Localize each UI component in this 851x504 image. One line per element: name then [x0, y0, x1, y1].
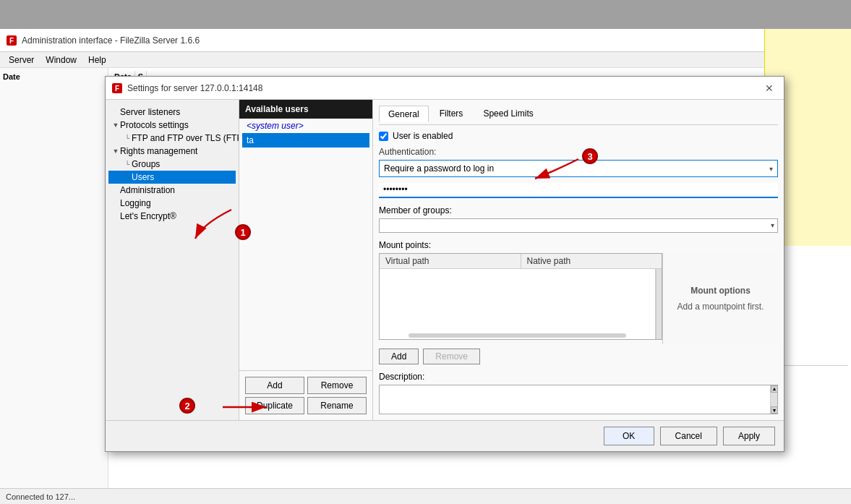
menu-help[interactable]: Help — [82, 54, 112, 67]
mount-empty-left — [380, 269, 656, 339]
password-input[interactable] — [379, 183, 778, 198]
description-scrollbar[interactable]: ▲ ▼ — [770, 385, 777, 414]
tree-item-rights[interactable]: ▼ Rights management — [108, 145, 236, 158]
description-field[interactable]: ▲ ▼ — [379, 385, 778, 414]
settings-panel: General Filters Speed Limits User is ena… — [373, 100, 784, 420]
bg-date-col: Date — [3, 71, 105, 82]
dialog-title: Settings for server 127.0.0.1:14148 — [127, 83, 761, 93]
tree-item-server-listeners[interactable]: Server listeners — [108, 106, 236, 119]
tab-general[interactable]: General — [379, 106, 429, 122]
auth-dropdown-row: Require a password to log in ▾ — [379, 160, 778, 177]
dialog-close-button[interactable]: ✕ — [761, 80, 778, 97]
user-ta[interactable]: ta — [242, 133, 369, 148]
add-user-button[interactable]: Add — [245, 377, 304, 394]
description-label: Description: — [379, 372, 778, 382]
user-enabled-label: User is enabled — [393, 131, 453, 141]
tree-label: Administration — [120, 185, 175, 195]
mount-scroll-track[interactable] — [409, 333, 627, 338]
dialog-titlebar: F Settings for server 127.0.0.1:14148 ✕ — [106, 77, 784, 100]
mount-options-hint: Add a mountpoint first. — [677, 302, 764, 312]
mount-points-table: Virtual path Native path — [379, 253, 662, 340]
tree-expander — [111, 199, 120, 208]
tree-item-ftp[interactable]: └ FTP and FTP over TLS (FTPS) — [108, 132, 236, 145]
tree-label: Rights management — [120, 146, 197, 156]
user-enabled-checkbox[interactable] — [379, 132, 388, 141]
dialog-footer: OK Cancel Apply — [106, 420, 784, 451]
mount-scrollbar[interactable] — [656, 269, 662, 339]
users-panel: Available users <system user> ta Add Rem… — [239, 100, 373, 420]
tree-expander: └ — [123, 173, 132, 181]
tree-item-logging[interactable]: Logging — [108, 197, 236, 210]
tab-filters[interactable]: Filters — [430, 106, 473, 121]
remove-user-button[interactable]: Remove — [307, 377, 367, 394]
svg-text:F: F — [115, 85, 119, 93]
mount-buttons: Add Remove — [379, 349, 778, 364]
dialog-icon: F — [111, 82, 123, 94]
cancel-button[interactable]: Cancel — [660, 427, 717, 445]
bg-sidebar: Date — [0, 68, 108, 504]
tree-item-letsencrypt[interactable]: Let's Encrypt® — [108, 210, 236, 223]
tree-expander: ▼ — [111, 121, 120, 129]
mount-points-label: Mount points: — [379, 240, 778, 250]
user-system[interactable]: <system user> — [242, 119, 369, 133]
bg-app-title: Administration interface - FileZilla Ser… — [22, 35, 796, 46]
auth-dropdown-value: Require a password to log in — [384, 163, 494, 174]
users-panel-title: Available users — [245, 104, 309, 114]
tree-expander: └ — [123, 134, 132, 142]
user-system-label: <system user> — [247, 121, 304, 131]
svg-text:F: F — [9, 37, 14, 45]
tree-expander — [111, 108, 120, 116]
tree-item-groups[interactable]: └ Groups — [108, 158, 236, 171]
apply-button[interactable]: Apply — [723, 427, 775, 445]
tree-expander: └ — [123, 160, 132, 168]
menu-server[interactable]: Server — [3, 54, 40, 67]
scroll-up-icon[interactable]: ▲ — [771, 385, 778, 393]
tree-item-users[interactable]: └ Users — [108, 171, 236, 184]
badge-2: 2 — [179, 398, 195, 414]
bg-app-icon: F — [6, 35, 17, 46]
tree-item-protocols[interactable]: ▼ Protocols settings — [108, 119, 236, 132]
tab-speed-limits[interactable]: Speed Limits — [474, 106, 542, 121]
member-groups-dropdown[interactable]: ▾ — [379, 218, 778, 233]
rename-user-button[interactable]: Rename — [307, 397, 367, 414]
scroll-down-icon[interactable]: ▼ — [771, 406, 778, 414]
users-buttons-group: Add Remove Duplicate Rename — [239, 370, 372, 420]
tree-label: Logging — [120, 198, 151, 208]
mount-options-title: Mount options — [677, 286, 764, 296]
user-enabled-row: User is enabled — [379, 131, 778, 141]
member-groups-label: Member of groups: — [379, 205, 778, 215]
tree-expander — [111, 212, 120, 221]
users-list: <system user> ta — [239, 119, 372, 370]
status-bar: Connected to 127... — [0, 488, 851, 504]
tree-item-administration[interactable]: Administration — [108, 184, 236, 197]
duplicate-user-button[interactable]: Duplicate — [245, 397, 304, 414]
tree-label: Let's Encrypt® — [120, 211, 176, 221]
mount-points-area: Virtual path Native path Mount options A… — [379, 253, 778, 344]
tree-label: Protocols settings — [120, 120, 189, 130]
tree-label: Server listeners — [120, 107, 180, 117]
ok-button[interactable]: OK — [604, 427, 654, 445]
tree-expander — [111, 186, 120, 195]
mount-points-header: Virtual path Native path — [380, 254, 662, 269]
auth-dropdown[interactable]: Require a password to log in ▾ — [379, 160, 778, 177]
native-path-col-header: Native path — [521, 254, 662, 268]
tree-label: Users — [132, 172, 154, 182]
bg-titlebar: F Administration interface - FileZilla S… — [0, 29, 851, 52]
virtual-path-col-header: Virtual path — [380, 254, 521, 268]
add-mountpoint-button[interactable]: Add — [379, 349, 419, 364]
badge-3: 3 — [582, 148, 598, 164]
bg-menubar: Server Window Help — [0, 52, 851, 68]
tabs-row: General Filters Speed Limits — [379, 106, 778, 125]
users-panel-header: Available users — [239, 100, 372, 119]
status-text: Connected to 127... — [6, 492, 75, 501]
member-groups-arrow-icon: ▾ — [771, 221, 774, 229]
dialog-body: Server listeners ▼ Protocols settings └ … — [106, 100, 784, 420]
tree-expander: ▼ — [111, 147, 120, 155]
tree-panel: Server listeners ▼ Protocols settings └ … — [106, 100, 239, 420]
remove-mountpoint-button[interactable]: Remove — [423, 349, 480, 364]
tree-label: Groups — [132, 159, 160, 169]
menu-window[interactable]: Window — [40, 54, 82, 67]
tree-label: FTP and FTP over TLS (FTPS) — [132, 133, 239, 143]
mount-options-label: Mount options Add a mountpoint first. — [677, 286, 764, 312]
dropdown-arrow-icon: ▾ — [769, 165, 773, 173]
